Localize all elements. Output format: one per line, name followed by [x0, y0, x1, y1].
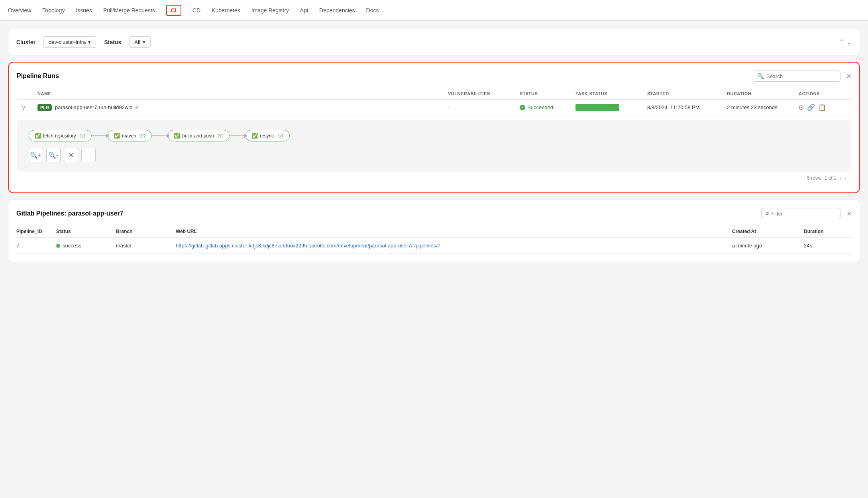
th-actions: ACTIONS [799, 91, 846, 96]
step-connector-3 [230, 135, 245, 136]
fullscreen-button[interactable]: ⛶ [81, 148, 96, 162]
search-close-icon[interactable]: ✕ [846, 73, 851, 80]
action-link-icon[interactable]: 🔗 [807, 104, 815, 111]
task-status-bar [575, 104, 619, 111]
th-started: STARTED [647, 91, 727, 96]
search-icon: 🔍 [757, 73, 764, 79]
gl-pipeline-id: 7 [16, 243, 56, 249]
gl-web-url-link[interactable]: https://gitlab-gitlab.apps.cluster-kdjc8… [176, 243, 732, 249]
status-cell: ✓ Succeeded [520, 104, 575, 110]
gitlab-filter-input[interactable] [771, 211, 837, 217]
pipeline-search-input[interactable] [766, 73, 836, 79]
nav-issues[interactable]: Issues [76, 6, 92, 15]
step-check-icon-4: ✅ [251, 133, 258, 139]
expand-controls: ⌃ ⌄ [839, 38, 852, 46]
step-check-icon-3: ✅ [174, 133, 180, 139]
pipeline-run-name[interactable]: parasol-app-user7-run-build92wld [55, 104, 132, 110]
verified-icon: ✔ [135, 104, 139, 110]
pipeline-table-header: NAME VULNERABILITIES STATUS TASK STATUS … [17, 88, 851, 100]
step-maven[interactable]: ✅ maven 2/2 [108, 130, 152, 141]
row-expand-chevron[interactable]: ∨ [22, 104, 37, 111]
plr-badge: PLR [37, 104, 52, 111]
step-label-2: maven [122, 133, 136, 139]
nav-api[interactable]: Api [300, 6, 308, 15]
nav-image-registry[interactable]: Image Registry [251, 6, 289, 15]
duration-cell: 2 minutes 23 seconds [727, 104, 799, 110]
gitlab-filter-box: ≡ [761, 208, 841, 219]
next-page-button[interactable]: › [844, 175, 846, 181]
cluster-value: dev-cluster-infra [49, 39, 86, 45]
th-status: STATUS [520, 91, 575, 96]
gitlab-title: Gitlab Pipelines: parasol-app-user7 [16, 210, 124, 217]
status-check-icon: ✓ [520, 105, 525, 110]
step-label-3: build-and-push [182, 133, 214, 139]
gitlab-table-header: Pipeline_ID Status Branch Web URL Create… [16, 225, 852, 238]
started-cell: 8/8/2024, 11:20:58 PM [647, 104, 727, 110]
step-fetch-repository[interactable]: ✅ fetch-repository 1/1 [29, 130, 92, 141]
action-detail-icon[interactable]: 📋 [818, 104, 826, 111]
cluster-select[interactable]: dev-cluster-infra ▾ [43, 36, 96, 48]
gitlab-filter-area: ≡ ✕ [761, 208, 852, 219]
cluster-chevron-icon: ▾ [88, 39, 91, 45]
gitlab-header: Gitlab Pipelines: parasol-app-user7 ≡ ✕ [16, 208, 852, 219]
status-value: All [134, 39, 140, 45]
nav-docs[interactable]: Docs [366, 6, 379, 15]
th-vulnerabilities: VULNERABILITIES [448, 91, 520, 96]
th-duration: DURATION [727, 91, 799, 96]
nav-ci[interactable]: CI [166, 5, 181, 16]
nav-dependencies[interactable]: Dependencies [319, 6, 355, 15]
nav-topology[interactable]: Topology [42, 6, 65, 15]
status-chevron-icon: ▾ [143, 39, 145, 45]
gl-status-text: success [63, 243, 81, 249]
step-build-and-push[interactable]: ✅ build-and-push 2/2 [168, 130, 230, 141]
status-select[interactable]: All ▾ [129, 36, 150, 48]
step-check-icon-1: ✅ [35, 133, 41, 139]
page-info: 1 of 1 [825, 175, 837, 181]
gl-th-status: Status [56, 229, 116, 234]
pipeline-steps: ✅ fetch-repository 1/1 ✅ maven 2/2 ✅ [29, 130, 839, 141]
gl-th-branch: Branch [116, 229, 176, 234]
pipeline-runs-header: Pipeline Runs 🔍 ✕ [17, 71, 851, 82]
vulnerabilities-cell: - [448, 104, 520, 111]
gl-branch: master [116, 243, 176, 249]
pagination-row: 5 rows 1 of 1 ‹ › [17, 172, 851, 184]
row-name-cell: PLR parasol-app-user7-run-build92wld ✔ [37, 104, 448, 111]
gl-created-at: a minute ago [732, 243, 804, 249]
rows-count: 5 rows [807, 175, 821, 181]
main-content: Cluster dev-cluster-infra ▾ Status All ▾… [0, 21, 868, 270]
th-name: NAME [37, 91, 448, 96]
zoom-in-button[interactable]: 🔍+ [29, 148, 43, 162]
gitlab-pipelines-card: Gitlab Pipelines: parasol-app-user7 ≡ ✕ … [8, 200, 860, 262]
action-log-icon[interactable]: ⊙ [799, 104, 804, 111]
gl-th-duration: Duration [804, 229, 852, 234]
expand-icon[interactable]: ⌄ [846, 38, 852, 46]
nav-overview[interactable]: Overview [8, 6, 31, 15]
table-row: ∨ PLR parasol-app-user7-run-build92wld ✔… [17, 100, 851, 116]
step-resync[interactable]: ✅ resync 1/1 [245, 130, 290, 141]
nav-cd[interactable]: CD [192, 6, 200, 15]
status-label: Status [104, 39, 121, 45]
collapse-icon[interactable]: ⌃ [839, 38, 844, 46]
pipeline-diagram: ✅ fetch-repository 1/1 ✅ maven 2/2 ✅ [17, 120, 851, 172]
gl-th-id: Pipeline_ID [16, 229, 56, 234]
th-task-status: TASK STATUS [575, 91, 647, 96]
nav-pull-merge-requests[interactable]: Pull/Merge Requests [103, 6, 155, 15]
reset-zoom-button[interactable]: ✕ [64, 148, 78, 162]
filter-close-icon[interactable]: ✕ [846, 210, 852, 218]
actions-cell: ⊙ 🔗 📋 [799, 104, 846, 111]
nav-kubernetes[interactable]: Kubernetes [212, 6, 240, 15]
filter-lines-icon: ≡ [766, 210, 769, 217]
gl-th-weburl: Web URL [176, 229, 732, 234]
pipeline-search-box: 🔍 [753, 71, 841, 82]
step-count-4: 1/1 [277, 133, 283, 138]
zoom-out-button[interactable]: 🔍- [46, 148, 61, 162]
step-count-3: 2/2 [218, 133, 224, 138]
filter-bar: Cluster dev-cluster-infra ▾ Status All ▾… [8, 29, 860, 55]
step-count-2: 2/2 [140, 133, 146, 138]
gl-status-cell: success [56, 243, 116, 249]
cluster-label: Cluster [16, 39, 35, 45]
top-navigation: Overview Topology Issues Pull/Merge Requ… [0, 0, 868, 21]
step-label-1: fetch-repository [43, 133, 76, 139]
search-area: 🔍 ✕ [753, 71, 851, 82]
prev-page-button[interactable]: ‹ [840, 175, 842, 181]
